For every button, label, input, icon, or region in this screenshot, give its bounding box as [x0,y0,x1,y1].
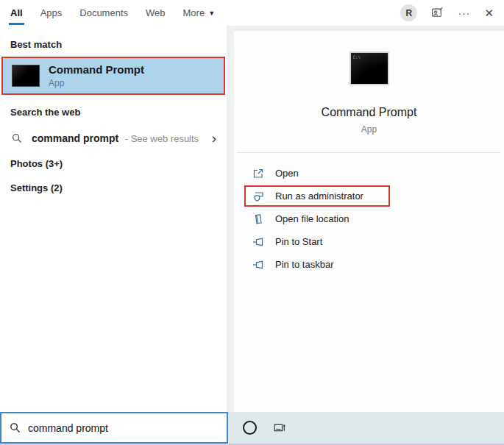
app-title: Command Prompt [234,106,504,119]
tab-documents[interactable]: Documents [79,0,128,26]
action-open-file-location[interactable]: Open file location [252,207,504,230]
panel-gap [227,26,234,412]
folder-location-icon [252,213,264,225]
search-icon [10,422,21,433]
action-label: Pin to taskbar [275,259,334,270]
filter-tabs: All Apps Documents Web More ▼ [10,0,215,26]
ellipsis-button[interactable]: ··· [458,8,470,18]
action-pin-to-taskbar[interactable]: Pin to taskbar [252,253,504,276]
tab-more[interactable]: More ▼ [183,0,216,26]
close-button[interactable]: ✕ [484,7,494,18]
search-results-area: Best match Command Prompt App Search the… [0,26,504,412]
admin-shield-icon [252,190,264,202]
tab-more-label: More [183,7,205,18]
action-list: Open Run as administrator [234,153,504,276]
app-icon-label: C:\ [353,54,361,60]
action-run-as-administrator[interactable]: Run as administrator [252,185,504,207]
group-settings[interactable]: Settings (2) [0,176,227,200]
action-label: Run as administrator [275,191,363,202]
tab-documents-label: Documents [79,7,128,18]
search-the-web-header: Search the web [10,107,227,118]
touch-keyboard-icon[interactable] [273,421,287,435]
action-label: Open file location [275,213,349,224]
chevron-right-icon: › [212,131,216,145]
tab-apps[interactable]: Apps [40,0,63,26]
taskbar [0,412,504,444]
pin-icon [252,235,264,248]
annotation-box-best-match: Command Prompt App [1,57,225,95]
tab-web-label: Web [146,7,166,18]
web-query: command prompt [32,132,118,144]
topbar-actions: R ··· ✕ [400,4,494,21]
search-icon [12,133,22,143]
app-subtitle: App [234,124,504,135]
windows-search-flyout: All Apps Documents Web More ▼ R ··· ✕ [0,0,504,445]
best-match-header: Best match [10,39,227,50]
taskbar-search-box[interactable] [0,412,228,444]
group-photos[interactable]: Photos (3+) [0,152,227,176]
best-match-text: Command Prompt App [49,63,144,89]
search-filter-bar: All Apps Documents Web More ▼ R ··· ✕ [0,0,504,26]
app-hero: C:\ Command Prompt App [234,31,504,135]
tab-all-label: All [10,7,23,18]
pin-icon [252,258,264,271]
feedback-icon[interactable] [431,7,444,19]
annotation-box-run-as-admin: Run as administrator [244,185,390,207]
app-detail-card: C:\ Command Prompt App [234,31,504,412]
web-search-result[interactable]: command prompt - See web results › [0,124,227,152]
action-label: Open [275,168,299,179]
best-match-result[interactable]: Command Prompt App [3,58,224,93]
action-label: Pin to Start [275,236,322,247]
tab-all[interactable]: All [10,0,23,26]
action-pin-to-start[interactable]: Pin to Start [252,230,504,253]
command-prompt-icon [12,65,40,87]
command-prompt-icon-large: C:\ [349,51,389,85]
result-subtitle: App [49,78,144,88]
tab-web[interactable]: Web [146,0,166,26]
web-query-text: command prompt - See web results [32,132,199,145]
results-panel: Best match Command Prompt App Search the… [0,26,227,412]
app-detail-panel: C:\ Command Prompt App [234,26,504,412]
user-avatar[interactable]: R [400,4,417,21]
taskbar-search-input[interactable] [28,422,219,434]
chevron-down-icon: ▼ [208,10,215,17]
result-title: Command Prompt [49,63,144,77]
tab-apps-label: Apps [40,7,63,18]
open-icon [252,167,264,179]
web-results-suffix: - See web results [125,133,199,144]
avatar-initial: R [406,8,413,18]
action-open[interactable]: Open [252,162,504,185]
cortana-icon[interactable] [243,421,257,435]
